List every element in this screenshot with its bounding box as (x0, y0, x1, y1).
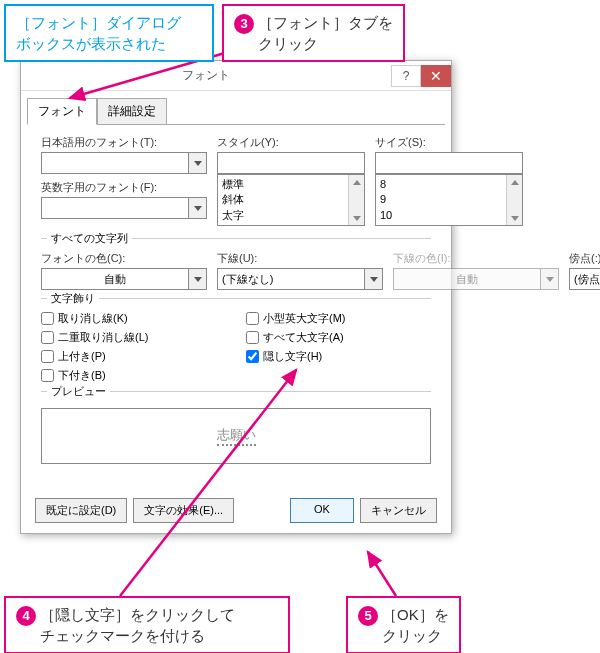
tabstrip: フォント 詳細設定 (21, 91, 451, 124)
listbox-style[interactable]: 標準 斜体 太字 (217, 174, 365, 226)
scroll-up-icon[interactable] (507, 175, 522, 189)
combo-emphasis[interactable] (569, 268, 600, 290)
label-allchars: すべての文字列 (47, 231, 132, 246)
check-smallcaps[interactable]: 小型英大文字(M) (246, 311, 431, 326)
button-row: 既定に設定(D) 文字の効果(E)... OK キャンセル (21, 488, 451, 533)
label-enfont: 英数字用のフォント(F): (41, 180, 207, 195)
check-hidden[interactable]: 隠し文字(H) (246, 349, 431, 364)
callout-step3-text: ［フォント］タブを クリック (258, 12, 393, 54)
combo-fontcolor[interactable] (41, 268, 207, 290)
size-options[interactable]: 8 9 10 (376, 175, 506, 225)
label-underline: 下線(U): (217, 251, 383, 266)
cancel-button[interactable]: キャンセル (360, 498, 437, 523)
scrollbar[interactable] (506, 175, 522, 225)
label-decor: 文字飾り (47, 291, 99, 306)
combo-jpfont[interactable] (41, 152, 207, 174)
chevron-down-icon[interactable] (364, 269, 382, 289)
font-dialog: フォント ? ✕ フォント 詳細設定 日本語用のフォント(T): 英数字用のフォ… (20, 60, 452, 534)
callout-step5-text: ［OK］を クリック (382, 604, 449, 646)
combo-underline[interactable] (217, 268, 383, 290)
label-size: サイズ(S): (375, 135, 523, 150)
preview-box: 志願い (41, 408, 431, 464)
input-ulcolor (394, 269, 540, 289)
svg-line-2 (368, 552, 396, 596)
dialog-body: 日本語用のフォント(T): 英数字用のフォント(F): スタイル(Y): 標準 … (27, 124, 445, 482)
chevron-down-icon (540, 269, 558, 289)
label-ulcolor: 下線の色(I): (393, 251, 559, 266)
check-allcaps[interactable]: すべて大文字(A) (246, 330, 431, 345)
scroll-down-icon[interactable] (507, 211, 522, 225)
callout-step5: 5［OK］を クリック (346, 596, 461, 653)
check-strike[interactable]: 取り消し線(K) (41, 311, 226, 326)
text-effects-button[interactable]: 文字の効果(E)... (133, 498, 234, 523)
callout-info: ［フォント］ダイアログ ボックスが表示された (4, 4, 214, 62)
combo-ulcolor (393, 268, 559, 290)
default-button[interactable]: 既定に設定(D) (35, 498, 127, 523)
callout-step4-text: ［隠し文字］をクリックして チェックマークを付ける (40, 604, 235, 646)
label-style: スタイル(Y): (217, 135, 365, 150)
style-options[interactable]: 標準 斜体 太字 (218, 175, 348, 225)
listbox-size[interactable]: 8 9 10 (375, 174, 523, 226)
ok-button[interactable]: OK (290, 498, 354, 523)
input-enfont[interactable] (42, 198, 188, 218)
scrollbar[interactable] (348, 175, 364, 225)
titlebar[interactable]: フォント ? ✕ (21, 61, 451, 91)
check-super[interactable]: 上付き(P) (41, 349, 226, 364)
help-button[interactable]: ? (391, 65, 421, 87)
chevron-down-icon[interactable] (188, 153, 206, 173)
check-sub[interactable]: 下付き(B) (41, 368, 226, 383)
label-preview: プレビュー (47, 384, 110, 399)
callout-step4: 4［隠し文字］をクリックして チェックマークを付ける (4, 596, 290, 653)
combo-enfont[interactable] (41, 197, 207, 219)
scroll-up-icon[interactable] (349, 175, 364, 189)
step-badge-4: 4 (16, 606, 36, 626)
input-size[interactable] (375, 152, 523, 174)
step-badge-3: 3 (234, 14, 254, 34)
callout-info-line1: ［フォント］ダイアログ ボックスが表示された (16, 14, 181, 52)
scroll-down-icon[interactable] (349, 211, 364, 225)
label-emphasis: 傍点(:) (569, 251, 600, 266)
tab-font[interactable]: フォント (27, 98, 97, 125)
label-fontcolor: フォントの色(C): (41, 251, 207, 266)
step-badge-5: 5 (358, 606, 378, 626)
chevron-down-icon[interactable] (188, 269, 206, 289)
input-jpfont[interactable] (42, 153, 188, 173)
tab-advanced[interactable]: 詳細設定 (97, 98, 167, 125)
input-style[interactable] (217, 152, 365, 174)
input-underline[interactable] (218, 269, 364, 289)
input-fontcolor[interactable] (42, 269, 188, 289)
close-button[interactable]: ✕ (421, 65, 451, 87)
check-dstrike[interactable]: 二重取り消し線(L) (41, 330, 226, 345)
input-emphasis[interactable] (570, 269, 600, 289)
chevron-down-icon[interactable] (188, 198, 206, 218)
callout-step3: 3［フォント］タブを クリック (222, 4, 405, 62)
dialog-title: フォント (21, 67, 391, 84)
preview-text: 志願い (217, 426, 256, 446)
label-jpfont: 日本語用のフォント(T): (41, 135, 207, 150)
